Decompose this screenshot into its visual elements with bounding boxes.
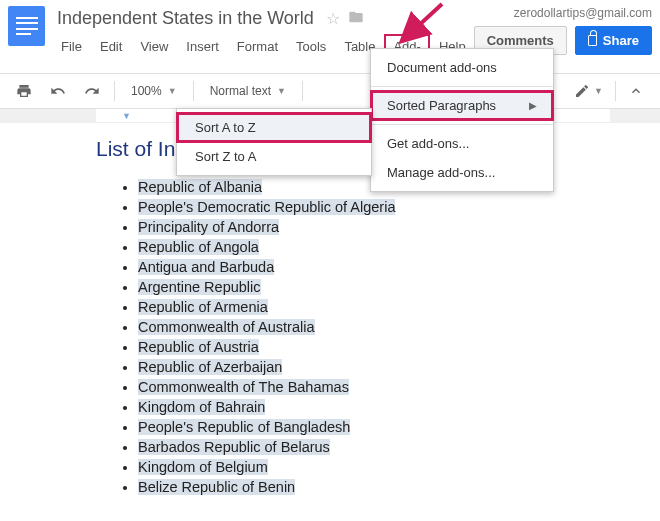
style-select[interactable]: Normal text▼ — [204, 81, 292, 101]
list-item[interactable]: Republic of Angola — [138, 239, 660, 255]
chevron-down-icon: ▼ — [277, 86, 286, 96]
list-item[interactable]: Republic of Armenia — [138, 299, 660, 315]
list-item[interactable]: Kingdom of Bahrain — [138, 399, 660, 415]
print-icon[interactable] — [12, 80, 36, 102]
folder-icon[interactable] — [348, 9, 364, 29]
ruler-indent-marker[interactable]: ▼ — [122, 111, 131, 121]
menu-view[interactable]: View — [132, 35, 176, 73]
document-page: List of In Republic of AlbaniaPeople's D… — [0, 123, 660, 495]
edit-mode-icon[interactable]: ▼ — [570, 80, 607, 102]
document-title[interactable]: Independent States in the World — [53, 6, 318, 31]
menu-separator — [371, 124, 553, 125]
menu-separator — [371, 86, 553, 87]
redo-icon[interactable] — [80, 80, 104, 102]
menu-item-sort-az[interactable]: Sort A to Z — [177, 113, 371, 142]
list-item[interactable]: Commonwealth of The Bahamas — [138, 379, 660, 395]
list-item[interactable]: Republic of Austria — [138, 339, 660, 355]
expand-icon[interactable] — [624, 80, 648, 102]
list-item[interactable]: People's Democratic Republic of Algeria — [138, 199, 660, 215]
list-item[interactable]: Kingdom of Belgium — [138, 459, 660, 475]
user-email[interactable]: zerodollartips@gmail.com — [474, 6, 652, 26]
undo-icon[interactable] — [46, 80, 70, 102]
docs-logo[interactable] — [8, 6, 45, 46]
share-label: Share — [603, 33, 639, 48]
chevron-down-icon: ▼ — [168, 86, 177, 96]
menu-item-get-addons[interactable]: Get add-ons... — [371, 129, 553, 158]
toolbar: 100%▼ Normal text▼ ▼ — [0, 73, 660, 109]
sort-submenu: Sort A to Z Sort Z to A — [176, 108, 372, 176]
menu-insert[interactable]: Insert — [178, 35, 227, 73]
list-item[interactable]: People's Republic of Bangladesh — [138, 419, 660, 435]
menu-item-document-addons[interactable]: Document add-ons — [371, 53, 553, 82]
list-item[interactable]: Belize Republic of Benin — [138, 479, 660, 495]
menu-item-manage-addons[interactable]: Manage add-ons... — [371, 158, 553, 187]
list-item[interactable]: Commonwealth of Australia — [138, 319, 660, 335]
list-item[interactable]: Republic of Azerbaijan — [138, 359, 660, 375]
chevron-down-icon: ▼ — [594, 86, 603, 96]
list-item[interactable]: Antigua and Barbuda — [138, 259, 660, 275]
menu-item-sort-za[interactable]: Sort Z to A — [177, 142, 371, 171]
header: Independent States in the World ☆ File E… — [0, 0, 660, 73]
menu-file[interactable]: File — [53, 35, 90, 73]
submenu-arrow-icon: ▶ — [529, 100, 537, 111]
menu-format[interactable]: Format — [229, 35, 286, 73]
addons-dropdown: Document add-ons Sorted Paragraphs ▶ Get… — [370, 48, 554, 192]
lock-icon — [588, 35, 597, 46]
list-item[interactable]: Principality of Andorra — [138, 219, 660, 235]
svg-line-0 — [416, 4, 442, 28]
menu-edit[interactable]: Edit — [92, 35, 130, 73]
zoom-select[interactable]: 100%▼ — [125, 81, 183, 101]
list-item[interactable]: Argentine Republic — [138, 279, 660, 295]
menu-item-sorted-paragraphs[interactable]: Sorted Paragraphs ▶ — [371, 91, 553, 120]
country-list: Republic of AlbaniaPeople's Democratic R… — [96, 179, 660, 495]
annotation-arrow — [412, 2, 452, 45]
list-item[interactable]: Barbados Republic of Belarus — [138, 439, 660, 455]
menu-tools[interactable]: Tools — [288, 35, 334, 73]
share-button[interactable]: Share — [575, 26, 652, 55]
star-icon[interactable]: ☆ — [326, 9, 340, 28]
